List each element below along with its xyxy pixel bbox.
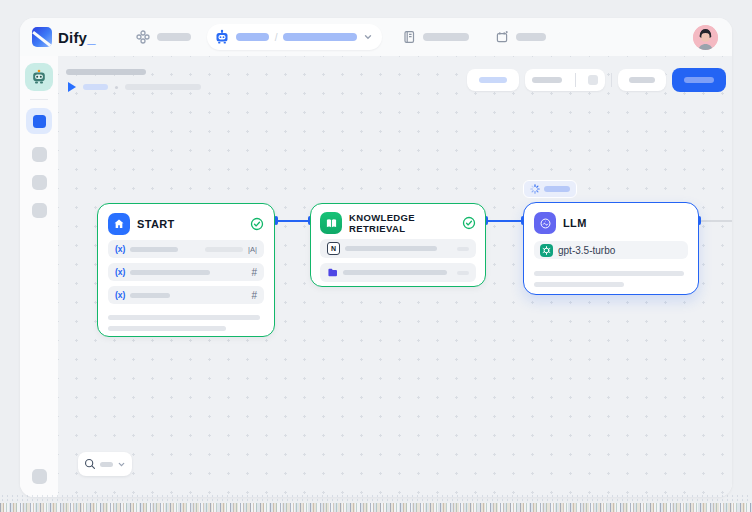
dot-separator bbox=[115, 86, 118, 89]
llm-node-title: LLM bbox=[563, 217, 587, 229]
app-robot-icon bbox=[30, 68, 48, 86]
node-description-placeholder bbox=[108, 326, 226, 331]
home-icon bbox=[108, 213, 130, 235]
workflow-canvas[interactable]: START (x) |A| (x) bbox=[58, 56, 732, 497]
sidebar-app-tile[interactable] bbox=[25, 63, 53, 91]
canvas-toolbar bbox=[467, 68, 726, 92]
bottom-noise-strip bbox=[0, 503, 752, 512]
schedule-label-placeholder bbox=[516, 33, 546, 41]
workflow-icon bbox=[33, 115, 46, 128]
node-start[interactable]: START (x) |A| (x) bbox=[97, 203, 275, 337]
play-icon[interactable] bbox=[68, 82, 76, 92]
kr-dataset-row: N bbox=[320, 239, 476, 258]
variable-icon: (x) bbox=[115, 267, 125, 277]
variable-icon: (x) bbox=[115, 244, 125, 254]
publish-button[interactable] bbox=[672, 68, 726, 92]
edge-llm-out bbox=[701, 220, 732, 222]
sidebar-item-3[interactable] bbox=[32, 203, 47, 218]
nav-menu-item[interactable] bbox=[136, 30, 191, 44]
sidebar-item-2[interactable] bbox=[32, 175, 47, 190]
toolbar-run-group[interactable] bbox=[525, 69, 605, 91]
docs-label-placeholder bbox=[423, 33, 469, 41]
dify-logo[interactable]: Dify_ bbox=[32, 27, 96, 47]
node-llm[interactable]: LLM gpt-3.5-turbo bbox=[523, 202, 699, 295]
icon-sidebar bbox=[20, 56, 58, 497]
variable-name-placeholder bbox=[130, 270, 210, 275]
dataset-name-placeholder bbox=[343, 270, 447, 275]
zoom-control[interactable] bbox=[78, 452, 132, 476]
toolbar-divider bbox=[611, 73, 612, 87]
start-variable-row: (x) # bbox=[108, 286, 264, 304]
top-bar: Dify_ / bbox=[20, 18, 732, 56]
start-node-header: START bbox=[108, 213, 264, 235]
chevron-down-icon[interactable] bbox=[363, 32, 373, 42]
sidebar-item-1[interactable] bbox=[32, 147, 47, 162]
number-type-icon: # bbox=[251, 267, 257, 278]
string-type-icon: |A| bbox=[248, 245, 257, 254]
running-status-badge bbox=[523, 180, 577, 198]
zoom-value-placeholder bbox=[100, 462, 113, 467]
workflow-name-placeholder bbox=[283, 33, 357, 41]
edge-kr-to-llm bbox=[486, 220, 523, 222]
app-name-placeholder bbox=[236, 33, 269, 41]
notion-icon: N bbox=[327, 242, 340, 255]
openai-icon bbox=[540, 244, 553, 257]
node-description-placeholder bbox=[534, 271, 684, 276]
start-node-title: START bbox=[137, 218, 175, 230]
app-window: Dify_ / bbox=[20, 18, 732, 497]
spinner-icon bbox=[530, 184, 540, 194]
docs-menu-item[interactable] bbox=[402, 30, 469, 44]
magnifier-icon bbox=[84, 458, 96, 470]
variable-name-placeholder bbox=[130, 247, 178, 252]
node-knowledge-retrieval[interactable]: KNOWLEDGE RETRIEVAL N bbox=[310, 203, 486, 287]
check-circle-icon bbox=[250, 217, 264, 231]
nodes-clover-icon bbox=[136, 30, 150, 44]
running-label-placeholder bbox=[544, 186, 570, 192]
brand-name: Dify_ bbox=[58, 29, 96, 46]
sidebar-item-settings[interactable] bbox=[32, 469, 47, 484]
sidebar-divider bbox=[30, 99, 48, 100]
notebook-icon bbox=[402, 30, 416, 44]
run-history-label-placeholder bbox=[532, 77, 562, 83]
workflow-title-placeholder bbox=[66, 69, 146, 75]
llm-model-row: gpt-3.5-turbo bbox=[534, 241, 688, 259]
app-switcher[interactable]: / bbox=[207, 24, 383, 50]
node-description-placeholder bbox=[108, 315, 260, 320]
variable-name-placeholder bbox=[130, 293, 170, 298]
toolbar-preview-button[interactable] bbox=[618, 69, 666, 91]
edge-start-to-kr bbox=[277, 220, 310, 222]
chevron-down-icon bbox=[117, 460, 126, 469]
start-variable-row: (x) # bbox=[108, 263, 264, 281]
run-time-placeholder bbox=[125, 84, 201, 90]
toolbar-inner-divider bbox=[575, 73, 576, 87]
llm-node-header: LLM bbox=[534, 212, 688, 234]
app-body: START (x) |A| (x) bbox=[20, 56, 732, 497]
schedule-menu-item[interactable] bbox=[495, 30, 546, 44]
sidebar-item-workflow-active[interactable] bbox=[26, 108, 52, 134]
kr-node-header: KNOWLEDGE RETRIEVAL bbox=[320, 212, 476, 234]
robot-icon bbox=[214, 29, 230, 45]
preview-label-placeholder bbox=[629, 77, 655, 83]
kr-dataset-row bbox=[320, 263, 476, 282]
features-label-placeholder bbox=[479, 77, 507, 83]
calendar-sparkle-icon bbox=[495, 30, 509, 44]
publish-label-placeholder bbox=[684, 77, 714, 83]
llm-icon bbox=[534, 212, 556, 234]
dataset-count-placeholder bbox=[457, 247, 469, 251]
variable-icon: (x) bbox=[115, 290, 125, 300]
node-description-placeholder bbox=[534, 282, 624, 287]
brand-cursor: _ bbox=[87, 29, 96, 46]
toolbar-square-button[interactable] bbox=[588, 75, 598, 85]
variable-value-placeholder bbox=[205, 247, 243, 252]
last-run-row bbox=[68, 82, 201, 92]
dataset-count-placeholder bbox=[457, 271, 469, 275]
check-circle-icon bbox=[462, 216, 476, 230]
run-label-placeholder bbox=[83, 84, 108, 90]
dataset-name-placeholder bbox=[345, 246, 437, 251]
breadcrumb-separator: / bbox=[275, 32, 278, 43]
bottom-noise-speckle bbox=[0, 494, 752, 503]
toolbar-features-button[interactable] bbox=[467, 69, 519, 91]
nav-label-placeholder bbox=[157, 33, 191, 41]
screenshot-stage: Dify_ / bbox=[0, 0, 752, 512]
user-avatar[interactable] bbox=[693, 25, 718, 50]
